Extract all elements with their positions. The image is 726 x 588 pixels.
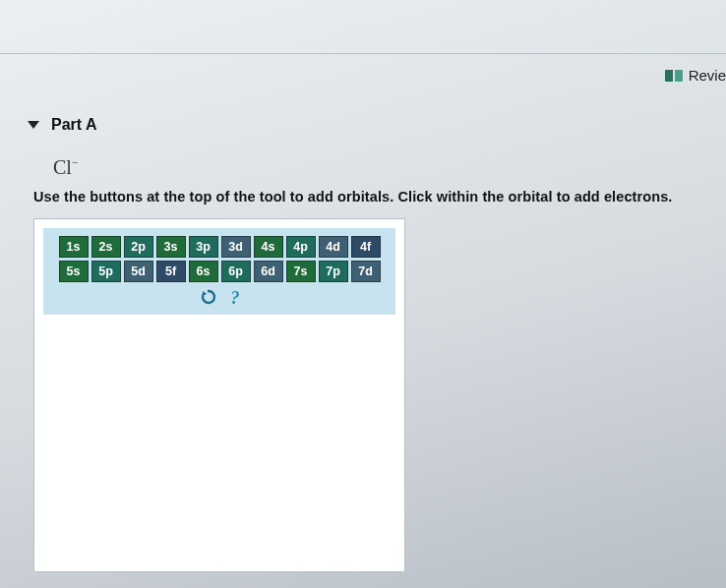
orbital-button-4f[interactable]: 4f xyxy=(351,236,381,258)
orbital-button-1s[interactable]: 1s xyxy=(59,236,89,258)
orbital-button-6d[interactable]: 6d xyxy=(254,261,283,282)
orbital-button-4p[interactable]: 4p xyxy=(286,236,316,258)
orbital-button-7d[interactable]: 7d xyxy=(351,261,381,282)
orbital-button-7s[interactable]: 7s xyxy=(286,261,316,282)
orbital-button-7p[interactable]: 7p xyxy=(319,261,348,282)
review-label: Revie xyxy=(689,67,726,84)
orbital-row: 5s5p5d5f6s6p6d7s7p7d xyxy=(51,261,388,282)
part-header[interactable]: Part A xyxy=(28,116,97,134)
orbital-button-6p[interactable]: 6p xyxy=(221,261,251,282)
orbital-row: 1s2s2p3s3p3d4s4p4d4f xyxy=(51,236,388,258)
orbital-button-2p[interactable]: 2p xyxy=(124,236,153,258)
orbital-toolbar: 1s2s2p3s3p3d4s4p4d4f5s5p5d5f6s6p6d7s7p7d… xyxy=(43,228,395,315)
part-title: Part A xyxy=(51,116,97,134)
species-formula: Cl− xyxy=(53,155,79,179)
help-icon: ? xyxy=(231,288,240,308)
orbital-tool: 1s2s2p3s3p3d4s4p4d4f5s5p5d5f6s6p6d7s7p7d… xyxy=(33,218,405,572)
orbital-button-5s[interactable]: 5s xyxy=(59,261,89,282)
instruction-text: Use the buttons at the top of the tool t… xyxy=(33,189,672,205)
species-charge: − xyxy=(72,155,79,169)
orbital-button-3p[interactable]: 3p xyxy=(189,236,218,258)
orbital-canvas[interactable] xyxy=(43,315,395,560)
book-icon xyxy=(665,70,683,82)
help-button[interactable]: ? xyxy=(231,288,240,309)
orbital-button-5d[interactable]: 5d xyxy=(124,261,153,282)
orbital-button-2s[interactable]: 2s xyxy=(91,236,121,258)
orbital-button-5p[interactable]: 5p xyxy=(91,261,121,282)
species-symbol: Cl xyxy=(53,156,72,178)
orbital-button-4s[interactable]: 4s xyxy=(254,236,283,258)
orbital-button-5f[interactable]: 5f xyxy=(156,261,186,282)
review-link[interactable]: Revie xyxy=(665,67,726,84)
divider-line xyxy=(0,53,726,54)
orbital-button-4d[interactable]: 4d xyxy=(319,236,348,258)
reset-icon xyxy=(200,288,217,306)
orbital-button-3d[interactable]: 3d xyxy=(221,236,251,258)
chevron-down-icon xyxy=(28,121,39,129)
toolbar-actions: ? xyxy=(51,288,388,309)
orbital-button-6s[interactable]: 6s xyxy=(189,261,218,282)
orbital-button-3s[interactable]: 3s xyxy=(156,236,186,258)
reset-button[interactable] xyxy=(200,288,217,309)
